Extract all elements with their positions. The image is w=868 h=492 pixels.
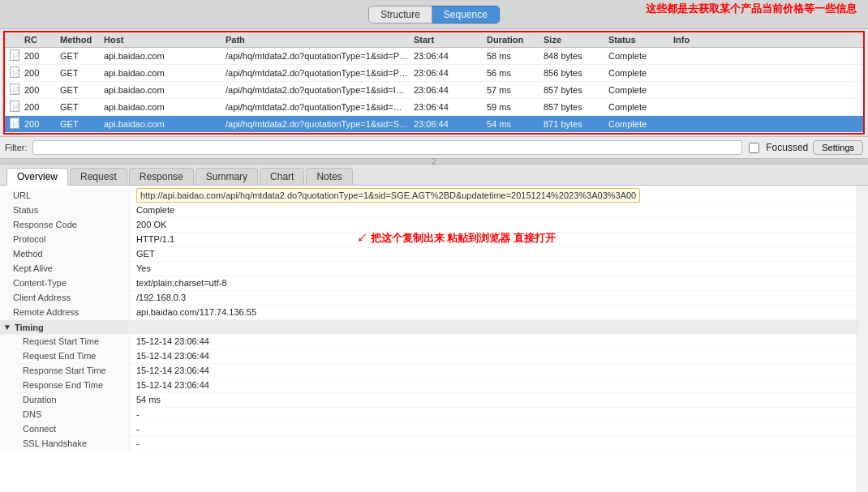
field-val: api.baidao.com/117.74.136.55 — [130, 306, 857, 319]
field-val: HTTP/1.1 — [130, 233, 857, 246]
tab-overview[interactable]: Overview — [6, 168, 68, 186]
row-duration: 58 ms — [485, 50, 542, 62]
filter-bar: Filter: Focussed Settings — [0, 136, 868, 158]
detail-field-row: Client Address /192.168.0.3 — [0, 291, 857, 306]
timing-field-val: - — [130, 437, 857, 451]
row-status: Complete — [607, 84, 672, 96]
row-rc: 200 — [23, 101, 58, 113]
field-val: Yes — [130, 262, 857, 276]
row-info — [672, 123, 860, 125]
table-row[interactable]: 📄 200 GET api.baidao.com /api/hq/mtdata2… — [5, 65, 863, 82]
row-path: /api/hq/mtdata2.do?quotationType=1&sid=P… — [224, 67, 412, 79]
detail-field-row: Status Complete — [0, 203, 857, 218]
row-icon: 📄 — [8, 83, 23, 97]
row-icon: 📄 — [8, 66, 23, 80]
sequence-button[interactable]: Sequence — [432, 6, 500, 24]
row-status: Complete — [607, 67, 672, 79]
row-size: 871 bytes — [542, 118, 607, 130]
row-duration: 56 ms — [485, 67, 542, 79]
field-val: 200 OK — [130, 218, 857, 232]
row-path: /api/hq/mtdata2.do?quotationType=1&sid=P… — [224, 50, 412, 62]
detail-content: URL http://api.baidao.com/api/hq/mtdata2… — [0, 186, 857, 492]
row-start: 23:06:44 — [412, 118, 485, 130]
bottom-section: OverviewRequestResponseSummaryChartNotes… — [0, 165, 868, 492]
toolbar: Structure Sequence — [0, 0, 868, 29]
detail-field-row: Content-Type text/plain;charset=utf-8 — [0, 276, 857, 291]
row-path: /api/hq/mtdata2.do?quotationType=1&sid=I… — [224, 84, 412, 96]
row-info — [672, 55, 860, 57]
table-row[interactable]: 📄 200 GET api.baidao.com /api/hq/mtdata2… — [5, 48, 863, 65]
row-duration: 59 ms — [485, 101, 542, 113]
row-method: GET — [58, 101, 102, 113]
col-path: Path — [224, 34, 412, 45]
timing-field-row: Response End Time 15-12-14 23:06:44 — [0, 379, 857, 393]
timing-field-row: SSL Handshake - — [0, 437, 857, 451]
collapse-icon: ▼ — [3, 323, 11, 332]
field-key: Content-Type — [0, 276, 130, 290]
row-path: /api/hq/mtdata2.do?quotationType=1&sid=S… — [224, 118, 412, 130]
filter-input[interactable] — [32, 140, 743, 155]
timing-key: ▼ Timing — [0, 320, 130, 334]
timing-field-row: Duration 54 ms — [0, 393, 857, 408]
timing-field-row: Request End Time 15-12-14 23:06:44 — [0, 349, 857, 364]
field-key: Response Code — [0, 218, 130, 232]
field-key: Client Address — [0, 291, 130, 305]
url-highlight[interactable]: http://api.baidao.com/api/hq/mtdata2.do?… — [136, 188, 640, 203]
timing-val — [130, 320, 857, 334]
row-duration: 57 ms — [485, 84, 542, 96]
tab-chart[interactable]: Chart — [260, 168, 304, 185]
row-method: GET — [58, 84, 102, 96]
timing-field-row: Connect - — [0, 422, 857, 437]
row-icon: 📄 — [8, 117, 23, 131]
row-host: api.baidao.com — [102, 67, 224, 79]
url-val: http://api.baidao.com/api/hq/mtdata2.do?… — [130, 189, 857, 203]
timing-field-val: - — [130, 422, 857, 436]
timing-field-key: Connect — [0, 422, 130, 436]
col-start: Start — [412, 34, 485, 45]
field-val: text/plain;charset=utf-8 — [130, 276, 857, 290]
detail-panel: URL http://api.baidao.com/api/hq/mtdata2… — [0, 186, 868, 492]
row-info — [672, 89, 860, 91]
timing-field-val: 54 ms — [130, 393, 857, 407]
row-rc: 200 — [23, 67, 58, 79]
row-icon: 📄 — [8, 49, 23, 63]
timing-field-key: Response End Time — [0, 379, 130, 392]
table-row[interactable]: 📄 200 GET api.baidao.com /api/hq/mtdata2… — [5, 82, 863, 99]
row-size: 857 bytes — [542, 84, 607, 96]
detail-field-row: Response Code 200 OK — [0, 218, 857, 233]
col-host: Host — [102, 34, 224, 45]
scrollbar[interactable] — [857, 186, 868, 492]
table-row[interactable]: 📄 200 GET api.baidao.com /api/hq/mtdata2… — [5, 116, 863, 133]
field-key: Method — [0, 247, 130, 261]
url-key: URL — [0, 189, 130, 203]
timing-field-val: 15-12-14 23:06:44 — [130, 364, 857, 378]
col-icon — [8, 34, 23, 45]
focussed-checkbox[interactable] — [749, 143, 759, 153]
timing-field-row: DNS - — [0, 408, 857, 422]
row-method: GET — [58, 67, 102, 79]
row-rc: 200 — [23, 84, 58, 96]
field-val: Complete — [130, 203, 857, 217]
timing-field-val: 15-12-14 23:06:44 — [130, 349, 857, 363]
row-start: 23:06:44 — [412, 50, 485, 62]
row-start: 23:06:44 — [412, 84, 485, 96]
timing-field-val: 15-12-14 23:06:44 — [130, 335, 857, 349]
timing-section-header[interactable]: ▼ Timing — [0, 320, 857, 335]
settings-button[interactable]: Settings — [813, 140, 863, 155]
timing-field-key: Duration — [0, 393, 130, 407]
col-info: Info — [672, 34, 860, 45]
field-val: /192.168.0.3 — [130, 291, 857, 305]
row-method: GET — [58, 118, 102, 130]
row-status: Complete — [607, 101, 672, 113]
net-table-header: RC Method Host Path Start Duration Size … — [5, 32, 863, 48]
tab-notes[interactable]: Notes — [306, 168, 352, 185]
col-method: Method — [58, 34, 102, 45]
table-row[interactable]: 📄 200 GET api.baidao.com /api/hq/mtdata2… — [5, 99, 863, 116]
tab-request[interactable]: Request — [70, 168, 127, 185]
structure-button[interactable]: Structure — [368, 6, 432, 24]
row-start: 23:06:44 — [412, 67, 485, 79]
timing-field-key: Request Start Time — [0, 335, 130, 349]
field-key: Kept Alive — [0, 262, 130, 276]
tab-summary[interactable]: Summary — [196, 168, 258, 185]
tab-response[interactable]: Response — [129, 168, 194, 185]
